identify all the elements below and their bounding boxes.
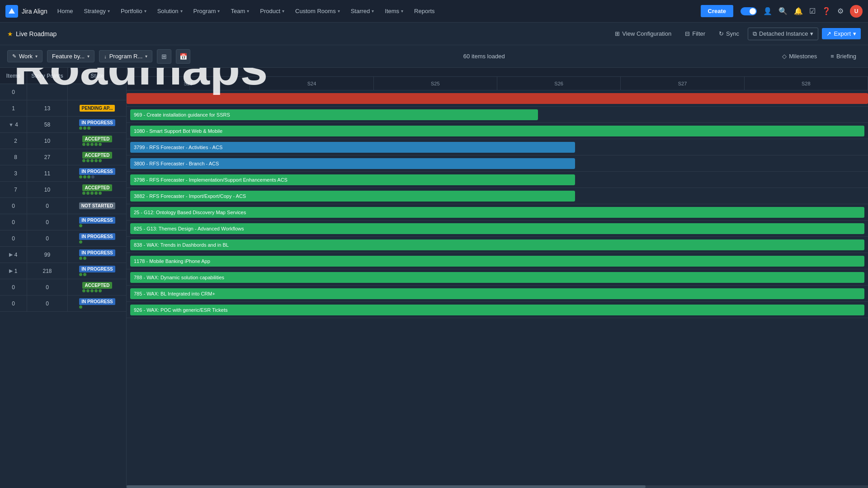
export-button[interactable]: ↗ Export ▾: [822, 28, 861, 39]
calendar-view-button[interactable]: 📅: [176, 49, 190, 64]
avatar-icon[interactable]: U: [850, 5, 863, 18]
nav-starred[interactable]: Starred ▾: [346, 5, 379, 17]
view-config-button[interactable]: ⊞ View Configuration: [610, 28, 676, 40]
filter-button[interactable]: ⊟ Filter: [680, 28, 710, 40]
items-column-header: Items: [0, 68, 27, 84]
progress-dot: [79, 240, 82, 244]
nav-product[interactable]: Product ▾: [255, 5, 289, 17]
gantt-bar[interactable]: 3882 - RFS Forecaster - Import/Export/Co…: [130, 191, 575, 202]
gantt-bar[interactable]: [127, 93, 868, 104]
nav-solution[interactable]: Solution ▾: [153, 5, 187, 17]
scroll-bar[interactable]: [127, 485, 868, 488]
progress-dot: [79, 224, 82, 227]
briefing-button[interactable]: ≡ Briefing: [826, 51, 861, 62]
help-icon[interactable]: ❓: [822, 7, 831, 15]
items-cell[interactable]: ▶ 4: [0, 247, 27, 263]
progress-dot: [94, 159, 98, 162]
gantt-row: 926 - WAX: POC with generic/ESR Tickets: [127, 302, 868, 318]
work-selector[interactable]: ✎ Work ▾: [7, 50, 42, 62]
expand-icon[interactable]: ▶: [9, 268, 13, 274]
gantt-bar[interactable]: 3798 - RFS Forecaster - Implementation/S…: [130, 174, 575, 185]
notifications-icon[interactable]: 🔔: [794, 7, 803, 15]
gantt-bar[interactable]: 926 - WAX: POC with generic/ESR Tickets: [130, 305, 864, 315]
points-cell: 0: [27, 214, 68, 230]
gantt-bar[interactable]: 788 - WAX: Dynamic solution capabilities: [130, 272, 864, 283]
table-row: 0 0 NOT STARTED: [0, 198, 126, 214]
gantt-chart: S23 S24 S25 S26 S27 S28 969 - Create ins…: [127, 68, 868, 488]
search-icon[interactable]: 🔍: [778, 7, 788, 15]
gantt-bar[interactable]: 1080 - Smart Support Bot Web & Mobile: [130, 126, 864, 136]
expand-icon[interactable]: ▼: [9, 122, 14, 127]
table-row: 2 10 ACCEPTED: [0, 133, 126, 149]
state-cell: IN PROGRESS: [68, 214, 127, 230]
items-cell: 2: [0, 133, 27, 149]
toggle-switch[interactable]: [741, 7, 757, 15]
nav-items[interactable]: Items ▾: [380, 5, 408, 17]
expand-icon[interactable]: ▶: [9, 252, 13, 258]
feature-selector[interactable]: Feature by... ▾: [47, 50, 94, 62]
state-cell: PENDING AP...: [68, 100, 127, 116]
gantt-bar[interactable]: 969 - Create installation guidance for S…: [130, 109, 538, 120]
chevron-down-icon: ▾: [217, 9, 220, 14]
sync-icon: ↻: [719, 30, 724, 37]
table-row: ▼ 4 58 IN PROGRESS: [0, 117, 126, 133]
gantt-bar[interactable]: 1178 - Mobile Banking iPhone App: [130, 256, 864, 267]
detached-instance-button[interactable]: ⧉ Detached Instance ▾: [748, 28, 818, 40]
points-cell: 10: [27, 182, 68, 197]
progress-dot: [99, 159, 102, 162]
star-icon[interactable]: ★: [7, 30, 13, 38]
gantt-row: 838 - WAX: Trends in Dashbords and in BL: [127, 237, 868, 253]
gantt-bar[interactable]: 825 - G13: Themes Design - Advanced Work…: [130, 223, 864, 234]
nav-custom-rooms[interactable]: Custom Rooms ▾: [291, 5, 344, 17]
main-content: Items Story Points State 0 1 13 PENDING …: [0, 68, 868, 488]
nav-program[interactable]: Program ▾: [189, 5, 225, 17]
table-header: Items Story Points State: [0, 68, 126, 84]
table-row: 0 0 ACCEPTED: [0, 279, 126, 296]
points-cell: 218: [27, 263, 68, 279]
nav-portfolio[interactable]: Portfolio ▾: [116, 5, 151, 17]
profile-icon[interactable]: 👤: [763, 7, 772, 15]
state-cell: ACCEPTED: [68, 182, 127, 197]
points-cell: 13: [27, 100, 68, 116]
nav-team[interactable]: Team ▾: [226, 5, 254, 17]
gantt-bar[interactable]: 785 - WAX: BL Integrated into CRM+: [130, 288, 864, 299]
create-button[interactable]: Create: [701, 5, 733, 17]
items-cell[interactable]: ▶ 1: [0, 263, 27, 279]
status-badge: IN PROGRESS: [79, 249, 115, 256]
items-cell[interactable]: ▼ 4: [0, 117, 27, 132]
nav-strategy[interactable]: Strategy ▾: [80, 5, 114, 17]
gantt-rows: 969 - Create installation guidance for S…: [127, 90, 868, 318]
checkbox-icon[interactable]: ☑: [809, 7, 816, 15]
progress-dot: [83, 175, 86, 178]
milestones-button[interactable]: ◇ Milestones: [778, 51, 821, 62]
progress-dot: [79, 175, 82, 178]
gantt-bar[interactable]: 3799 - RFS Forecaster - Activities - ACS: [130, 142, 575, 153]
gantt-row: 969 - Create installation guidance for S…: [127, 107, 868, 123]
progress-dot: [83, 257, 86, 260]
settings-icon[interactable]: ⚙: [837, 7, 844, 15]
gantt-row: 3800 - RFS Forecaster - Branch - ACS: [127, 155, 868, 172]
progress-dot: [82, 159, 85, 162]
status-badge: NOT STARTED: [79, 202, 115, 209]
scroll-thumb[interactable]: [127, 485, 646, 488]
progress-dot: [94, 143, 98, 146]
status-badge: ACCEPTED: [82, 152, 112, 159]
nav-home[interactable]: Home: [53, 5, 78, 17]
state-cell: IN PROGRESS: [68, 165, 127, 181]
gantt-row: 785 - WAX: BL Integrated into CRM+: [127, 286, 868, 302]
gantt-row: 1080 - Smart Support Bot Web & Mobile: [127, 123, 868, 139]
sync-button[interactable]: ↻ Sync: [714, 28, 744, 40]
nav-reports[interactable]: Reports: [410, 5, 439, 17]
chevron-down-icon: ▾: [108, 9, 110, 14]
progress-dot: [86, 192, 90, 195]
state-cell: IN PROGRESS: [68, 247, 127, 263]
gantt-bar[interactable]: 25 - G12: Ontology Based Discovery Map S…: [130, 207, 864, 218]
program-selector[interactable]: ↓ Program R... ▾: [99, 50, 152, 62]
status-badge: ACCEPTED: [82, 282, 112, 289]
gantt-bar[interactable]: 3800 - RFS Forecaster - Branch - ACS: [130, 158, 575, 169]
grid-view-button[interactable]: ⊞: [157, 49, 171, 64]
gantt-bar[interactable]: 838 - WAX: Trends in Dashbords and in BL: [130, 239, 864, 250]
logo[interactable]: Jira Align: [5, 5, 47, 18]
chevron-down-icon: ▾: [145, 54, 147, 59]
table-row: ▶ 4 99 IN PROGRESS: [0, 247, 126, 263]
